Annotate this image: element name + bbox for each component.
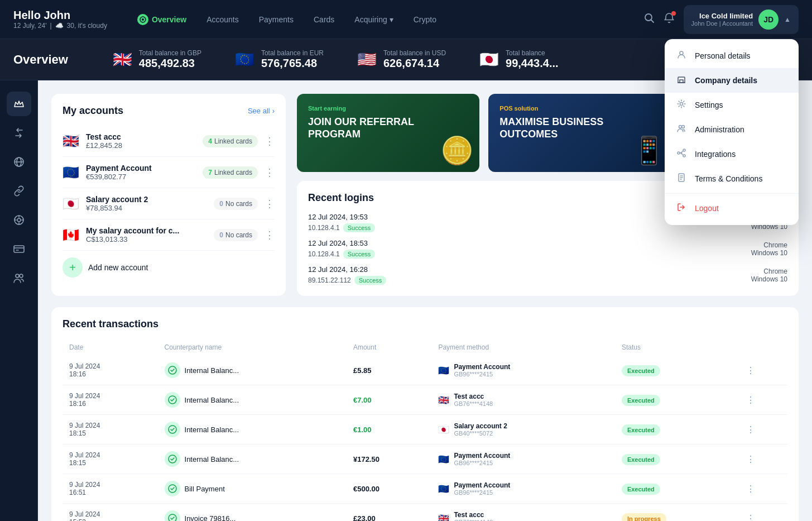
balance-eur: 🇪🇺 Total balance in EUR 576,765.48 [235,49,324,70]
transaction-more-button[interactable]: ⋮ [746,514,755,522]
user-info: Ice Cold limited John Doe | Accountant [691,12,753,27]
account-flag-gbp: 🇬🇧 [63,133,79,149]
login-item: 12 Jul 2024, 18:53 10.128.4.1 Success Ch… [308,239,787,259]
account-flag-cad: 🇨🇦 [63,227,79,243]
tx-amount: £5.85 [347,356,431,385]
tx-counterparty: Internal Balanc... [158,385,347,415]
status-badge: Executed [622,395,660,406]
account-more-button[interactable]: ⋮ [265,166,275,179]
settings-icon [676,99,687,111]
promo-card-pos[interactable]: POS solution MAXIMISE BUSINESS OUTCOMES … [488,94,671,172]
dropdown-personal-details[interactable]: Personal details [665,44,799,68]
tx-payment: 🇪🇺 Payment Account GB96****2415 [431,474,614,504]
user-profile-button[interactable]: Ice Cold limited John Doe | Accountant J… [684,5,799,34]
cards-badge: 0 No cards [214,229,258,241]
user-company: Ice Cold limited [691,12,753,20]
nav-overview[interactable]: Overview [129,9,194,30]
tx-amount: €7.00 [347,385,431,415]
tx-payment: 🇯🇵 Salary account 2 GB40****5072 [431,415,614,444]
account-more-button[interactable]: ⋮ [265,229,275,241]
dropdown-divider [665,193,799,194]
tx-date: 9 Jul 202415:53 [63,504,158,522]
dropdown-company-details[interactable]: Company details [665,68,799,93]
status-badge: Success [343,250,376,259]
account-item: 🇨🇦 My salary account for c... C$13,013.3… [63,219,275,251]
nav-acquiring[interactable]: Acquiring ▾ [347,11,401,28]
dropdown-administration[interactable]: Administration [665,117,799,142]
dropdown-company-details-label: Company details [695,76,757,85]
promo-pos-icon: 📱 [632,135,666,166]
sidebar-item-transfer[interactable] [7,121,31,145]
svg-point-19 [20,274,23,278]
col-date: Date [63,339,158,356]
account-more-button[interactable]: ⋮ [265,135,275,147]
sidebar-item-analytics[interactable] [7,208,31,232]
transaction-more-button[interactable]: ⋮ [746,425,755,434]
logins-title: Recent logins [308,192,374,204]
promo-tag: Start earning [308,105,468,112]
jpy-label: Total balance [506,49,559,57]
sidebar-item-crown[interactable] [7,92,31,116]
person-icon [676,50,687,61]
sidebar-item-card[interactable] [7,237,31,261]
transaction-more-button[interactable]: ⋮ [746,366,755,375]
tx-counterparty: Bill Payment [158,474,347,504]
dropdown-terms[interactable]: Terms & Conditions [665,166,799,191]
nav-cards[interactable]: Cards [306,11,342,28]
transaction-more-button[interactable]: ⋮ [746,484,755,494]
tx-actions: ⋮ [739,474,787,504]
accounts-see-all[interactable]: See all › [248,107,275,115]
transaction-more-button[interactable]: ⋮ [746,455,755,464]
dropdown-terms-label: Terms & Conditions [695,174,762,183]
balance-jpy: 🇯🇵 Total balance 99,443.4... [479,49,559,70]
dropdown-settings[interactable]: Settings [665,93,799,117]
search-button[interactable] [643,12,655,26]
transactions-title: Recent transactions [63,318,787,330]
nav-accounts[interactable]: Accounts [199,11,247,28]
usd-flag-icon: 🇺🇸 [357,50,377,69]
add-account-button[interactable]: + Add new account [63,251,275,284]
gbp-flag-icon: 🇬🇧 [113,50,132,69]
tx-counterparty: Internal Balanc... [158,444,347,474]
usd-label: Total balance in USD [383,49,446,57]
counterparty-icon [165,422,180,437]
account-more-button[interactable]: ⋮ [265,198,275,210]
avatar: JD [758,9,779,30]
nav-crypto[interactable]: Crypto [406,11,444,28]
dropdown-settings-label: Settings [695,101,723,109]
transaction-more-button[interactable]: ⋮ [746,395,755,405]
counterparty-icon [165,392,180,408]
gbp-amount: 485,492.83 [139,57,201,70]
sidebar-item-users[interactable] [7,266,31,290]
jpy-flag-icon: 🇯🇵 [479,50,499,69]
cards-badge: 4 Linked cards [203,135,258,147]
integrations-icon [676,149,687,160]
notifications-button[interactable] [664,12,675,26]
sidebar-item-globe[interactable] [7,150,31,174]
table-row: 9 Jul 202418:15 Internal Balanc... €1.00… [63,415,787,444]
tx-actions: ⋮ [739,356,787,385]
dropdown-logout[interactable]: Logout [665,196,799,221]
tx-counterparty: Invoice 79816... [158,504,347,522]
sidebar-item-link[interactable] [7,179,31,203]
table-row: 9 Jul 202415:53 Invoice 79816... £23.00 … [63,504,787,522]
building-icon [676,75,687,86]
payment-flag-icon: 🇬🇧 [438,513,449,522]
promo-coin-icon: 🪙 [440,135,474,166]
dropdown-administration-label: Administration [695,125,744,134]
counterparty-icon [165,481,180,496]
tx-status: In progress [615,504,739,522]
accounts-header: My accounts See all › [63,105,275,117]
brand-title: Hello John [13,9,107,22]
brand-weather: 30, it's cloudy [67,22,107,30]
tx-actions: ⋮ [739,504,787,522]
nav-payments[interactable]: Payments [251,11,301,28]
tx-amount: ¥172.50 [347,444,431,474]
dropdown-personal-details-label: Personal details [695,51,751,60]
tx-amount: €500.00 [347,474,431,504]
dropdown-integrations[interactable]: Integrations [665,142,799,166]
payment-flag-icon: 🇯🇵 [438,424,449,435]
svg-point-25 [169,514,176,521]
tx-counterparty: Internal Balanc... [158,356,347,385]
promo-card-referral[interactable]: Start earning JOIN OUR REFERRAL PROGRAM … [297,94,479,172]
